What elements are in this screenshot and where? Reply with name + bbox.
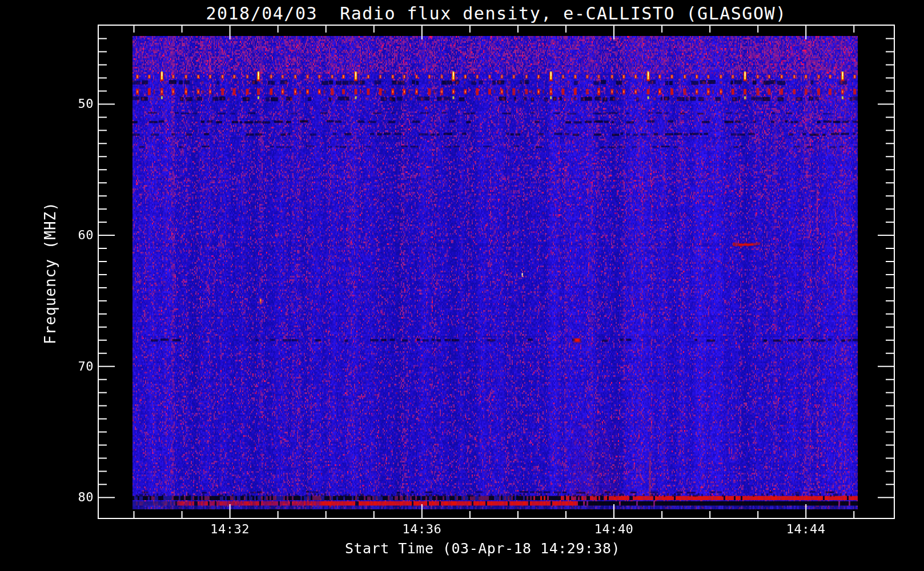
y-tick-label: 70 <box>59 358 94 375</box>
spectrogram-page: 2018/04/03 Radio flux density, e-CALLIST… <box>0 0 924 571</box>
axes-frame <box>0 0 924 571</box>
x-tick-label: 14:40 <box>580 522 648 536</box>
x-tick-label: 14:44 <box>772 522 840 536</box>
x-tick-label: 14:36 <box>388 522 456 536</box>
x-axis-label: Start Time (03-Apr-18 14:29:38) <box>98 540 867 557</box>
x-tick-label: 14:32 <box>196 522 264 536</box>
y-axis-label: Frequency (MHZ) <box>42 202 59 344</box>
y-tick-label: 80 <box>59 489 94 506</box>
y-tick-label: 60 <box>59 227 94 244</box>
y-tick-label: 50 <box>59 95 94 112</box>
